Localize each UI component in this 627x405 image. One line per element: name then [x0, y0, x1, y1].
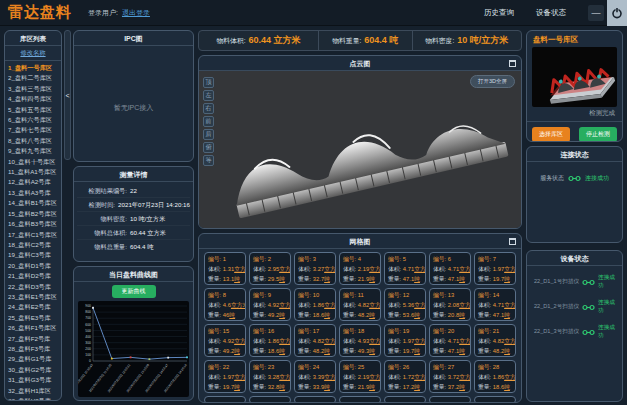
sidebar-item-zone-26[interactable]: 26_盘料F1号库区 — [8, 323, 61, 333]
view-button-6[interactable]: 俯 — [203, 142, 214, 153]
stop-detect-button[interactable]: 停止检测 — [579, 127, 617, 142]
sidebar-item-zone-5[interactable]: 5_盘料五号库区 — [8, 105, 61, 115]
grid-cell-5[interactable]: 编号: 5体积: 4.71立方米重量: 47.1吨 — [384, 252, 426, 285]
grid-cell-21[interactable]: 编号: 21体积: 4.82立方米重量: 48.2吨 — [474, 324, 516, 357]
sidebar-item-zone-31[interactable]: 31_盘料G3号库 — [8, 375, 61, 385]
grid-cell-clipped — [204, 396, 246, 403]
grid-cell-27[interactable]: 编号: 27体积: 3.72立方米重量: 37.2吨 — [429, 360, 471, 393]
view-button-5[interactable]: 后 — [203, 129, 214, 140]
grid-cell-23[interactable]: 编号: 23体积: 3.28立方米重量: 32.8吨 — [249, 360, 291, 393]
device-rows: 22_D1_1号扫描仪 连接成功22_D1_2号扫描仪 连接成功22_D1_3号… — [527, 266, 622, 340]
sidebar-item-zone-25[interactable]: 25_盘料E3号库 — [8, 313, 61, 323]
svg-text:400: 400 — [85, 335, 91, 339]
grid-cell-3[interactable]: 编号: 3体积: 3.27立方米重量: 32.7吨 — [294, 252, 336, 285]
measurement-detail-rows: 检测结果编号:22检测时间:2021年07月23日 14:20:16物料密度:1… — [74, 182, 193, 255]
view-button-1[interactable]: 顶 — [203, 77, 214, 88]
sidebar-item-zone-18[interactable]: 18_盘料C2号库 — [8, 240, 61, 250]
sidebar-item-zone-21[interactable]: 21_盘料D2号库 — [8, 271, 61, 281]
grid-cell-24[interactable]: 编号: 24体积: 3.39立方米重量: 33.9吨 — [294, 360, 336, 393]
grid-cell-28[interactable]: 编号: 28体积: 1.86立方米重量: 18.6吨 — [474, 360, 516, 393]
svg-text:600: 600 — [85, 323, 91, 327]
sidebar-collapse-button[interactable]: < — [64, 30, 71, 160]
grid-cell-22[interactable]: 编号: 22体积: 1.97立方米重量: 19.7吨 — [204, 360, 246, 393]
select-zone-button[interactable]: 选择库区 — [532, 127, 570, 142]
grid-cell-17[interactable]: 编号: 17体积: 4.82立方米重量: 48.2吨 — [294, 324, 336, 357]
sidebar-item-zone-30[interactable]: 30_盘料G2号库 — [8, 365, 61, 375]
grid-cell-7[interactable]: 编号: 7体积: 1.97立方米重量: 19.7吨 — [474, 252, 516, 285]
grid-cell-19[interactable]: 编号: 19体积: 1.97立方米重量: 19.7吨 — [384, 324, 426, 357]
sidebar-item-zone-6[interactable]: 6_盘料六号库区 — [8, 115, 61, 125]
view-button-4[interactable]: 前 — [203, 116, 214, 127]
open-3d-fullscreen-button[interactable]: 打开3D全屏 — [470, 75, 515, 88]
grid-cell-14[interactable]: 编号: 14体积: 4.71立方米重量: 47.1吨 — [474, 288, 516, 321]
menu-history-query[interactable]: 历史查询 — [484, 8, 514, 18]
rename-zone-link[interactable]: 修改名称 — [5, 46, 61, 61]
grid-cell-8[interactable]: 编号: 8体积: 4.6立方米重量: 46吨 — [204, 288, 246, 321]
sidebar-item-zone-13[interactable]: 13_盘料A3号库 — [8, 188, 61, 198]
sidebar-item-zone-33[interactable]: 33_盘料H2号库 — [8, 396, 61, 401]
sidebar-item-zone-8[interactable]: 8_盘料八号库区 — [8, 136, 61, 146]
grid-cell-clipped — [429, 396, 471, 403]
sidebar-item-zone-10[interactable]: 10_盘料十号库区 — [8, 157, 61, 167]
svg-text:100: 100 — [85, 353, 91, 357]
menu-device-status[interactable]: 设备状态 — [536, 8, 566, 18]
grid-cell-2[interactable]: 编号: 2体积: 2.95立方米重量: 29.5吨 — [249, 252, 291, 285]
view-button-2[interactable]: 左 — [203, 90, 214, 101]
sidebar-item-zone-16[interactable]: 16_盘料B3号库区 — [8, 219, 61, 229]
view-button-7[interactable]: 等 — [203, 155, 214, 166]
grid-cell-9[interactable]: 编号: 9体积: 4.92立方米重量: 49.2吨 — [249, 288, 291, 321]
grid-cell-16[interactable]: 编号: 16体积: 1.86立方米重量: 18.6吨 — [249, 324, 291, 357]
sidebar-item-zone-27[interactable]: 27_盘料F2号库 — [8, 334, 61, 344]
logout-link[interactable]: 退出登录 — [122, 8, 150, 18]
power-button[interactable] — [607, 0, 627, 26]
grid-cell-15[interactable]: 编号: 15体积: 4.92立方米重量: 49.2吨 — [204, 324, 246, 357]
minimize-button[interactable]: — — [588, 5, 604, 21]
grid-cell-18[interactable]: 编号: 18体积: 4.93立方米重量: 49.3吨 — [339, 324, 381, 357]
sidebar-item-zone-24[interactable]: 24_盘料E2号库 — [8, 302, 61, 312]
grid-cell-6[interactable]: 编号: 6体积: 4.71立方米重量: 47.1吨 — [429, 252, 471, 285]
grid-cell-clipped — [474, 396, 516, 403]
ipc-panel-header: IPC图 — [74, 31, 193, 46]
sidebar-item-zone-15[interactable]: 15_盘料B2号库区 — [8, 209, 61, 219]
sidebar-item-zone-32[interactable]: 32_盘料H1库区 — [8, 386, 61, 396]
service-status-row: 服务状态 连接成功 — [527, 174, 622, 183]
view-button-3[interactable]: 右 — [203, 103, 214, 114]
grid-cell-10[interactable]: 编号: 10体积: 1.86立方米重量: 18.6吨 — [294, 288, 336, 321]
grid-cell-25[interactable]: 编号: 25体积: 2.19立方米重量: 21.9吨 — [339, 360, 381, 393]
sidebar-item-zone-11[interactable]: 11_盘料A1号库区 — [8, 167, 61, 177]
sidebar-item-zone-23[interactable]: 23_盘料E1号库区 — [8, 292, 61, 302]
maximize-icon[interactable] — [509, 60, 516, 67]
sidebar-item-zone-17[interactable]: 17_盘料C1号库区 — [8, 230, 61, 240]
link-icon — [568, 175, 581, 182]
grid-cells: 编号: 1体积: 1.31立方米重量: 13.1吨编号: 2体积: 2.95立方… — [199, 249, 521, 403]
grid-cell-clipped — [294, 396, 336, 403]
grid-cell-4[interactable]: 编号: 4体积: 2.19立方米重量: 21.9吨 — [339, 252, 381, 285]
sidebar-item-zone-29[interactable]: 29_盘料G1号库 — [8, 354, 61, 364]
grid-cell-1[interactable]: 编号: 1体积: 1.31立方米重量: 13.1吨 — [204, 252, 246, 285]
sidebar-item-zone-9[interactable]: 9_盘料九号库区 — [8, 146, 61, 156]
svg-text:900: 900 — [85, 304, 91, 308]
power-icon — [611, 7, 623, 19]
sidebar-item-zone-14[interactable]: 14_盘料B1号库区 — [8, 198, 61, 208]
link-icon — [582, 304, 595, 311]
sidebar-item-zone-4[interactable]: 4_盘料四号库区 — [8, 94, 61, 104]
grid-cell-13[interactable]: 编号: 13体积: 2.08立方米重量: 20.8吨 — [429, 288, 471, 321]
sidebar-item-zone-28[interactable]: 28_盘料F3号库 — [8, 344, 61, 354]
point-cloud-viewport[interactable]: 顶左右前后俯等 打开3D全屏 — [199, 71, 521, 228]
title-bar: 雷达盘料 登录用户: 退出登录 历史查询 设备状态 — — [0, 0, 627, 26]
sidebar-item-zone-1[interactable]: 1_盘料一号库区 — [8, 63, 61, 73]
maximize-icon[interactable] — [509, 238, 516, 245]
sidebar-item-zone-20[interactable]: 20_盘料D1号库 — [8, 261, 61, 271]
update-curve-button[interactable]: 更新曲线 — [112, 285, 156, 298]
sidebar-item-zone-22[interactable]: 22_盘料D3号库 — [8, 282, 61, 292]
sidebar-item-zone-7[interactable]: 7_盘料七号库区 — [8, 125, 61, 135]
sidebar-item-zone-19[interactable]: 19_盘料C3号库 — [8, 250, 61, 260]
sidebar-item-zone-2[interactable]: 2_盘料二号库区 — [8, 73, 61, 83]
grid-cell-12[interactable]: 编号: 12体积: 5.36立方米重量: 53.6吨 — [384, 288, 426, 321]
warehouse-model-image — [532, 47, 619, 107]
grid-cell-26[interactable]: 编号: 26体积: 1.72立方米重量: 17.2吨 — [384, 360, 426, 393]
sidebar-item-zone-12[interactable]: 12_盘料A2号库 — [8, 177, 61, 187]
grid-cell-11[interactable]: 编号: 11体积: 4.82立方米重量: 48.2吨 — [339, 288, 381, 321]
grid-cell-20[interactable]: 编号: 20体积: 4.71立方米重量: 47.1吨 — [429, 324, 471, 357]
sidebar-item-zone-3[interactable]: 3_盘料三号库区 — [8, 84, 61, 94]
